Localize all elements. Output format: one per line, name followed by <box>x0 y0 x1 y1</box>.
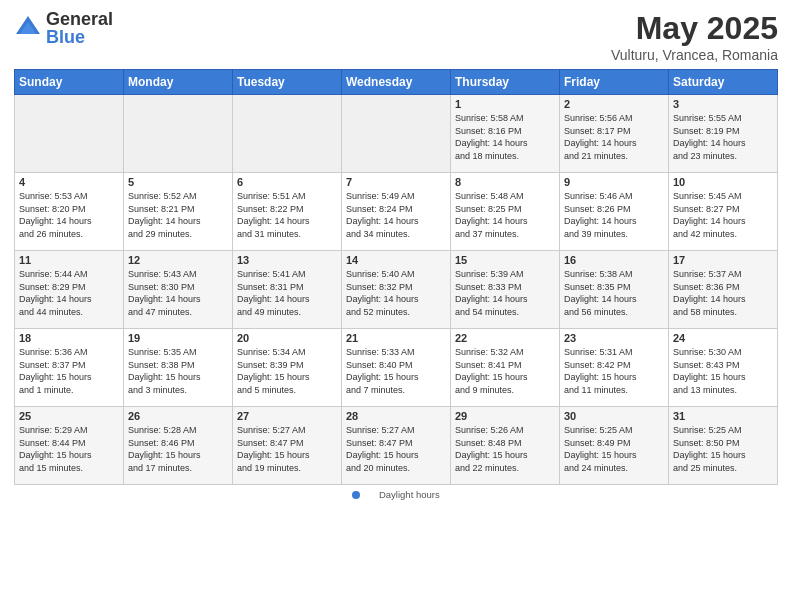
calendar-cell: 1Sunrise: 5:58 AM Sunset: 8:16 PM Daylig… <box>451 95 560 173</box>
day-info: Sunrise: 5:36 AM Sunset: 8:37 PM Dayligh… <box>19 346 119 396</box>
calendar-cell: 29Sunrise: 5:26 AM Sunset: 8:48 PM Dayli… <box>451 407 560 485</box>
day-info: Sunrise: 5:58 AM Sunset: 8:16 PM Dayligh… <box>455 112 555 162</box>
day-number: 27 <box>237 410 337 422</box>
calendar-week-row: 1Sunrise: 5:58 AM Sunset: 8:16 PM Daylig… <box>15 95 778 173</box>
day-number: 31 <box>673 410 773 422</box>
calendar-cell: 25Sunrise: 5:29 AM Sunset: 8:44 PM Dayli… <box>15 407 124 485</box>
day-number: 26 <box>128 410 228 422</box>
day-info: Sunrise: 5:37 AM Sunset: 8:36 PM Dayligh… <box>673 268 773 318</box>
day-info: Sunrise: 5:49 AM Sunset: 8:24 PM Dayligh… <box>346 190 446 240</box>
calendar-table: SundayMondayTuesdayWednesdayThursdayFrid… <box>14 69 778 485</box>
header-row: SundayMondayTuesdayWednesdayThursdayFrid… <box>15 70 778 95</box>
day-info: Sunrise: 5:44 AM Sunset: 8:29 PM Dayligh… <box>19 268 119 318</box>
calendar-cell: 14Sunrise: 5:40 AM Sunset: 8:32 PM Dayli… <box>342 251 451 329</box>
day-number: 14 <box>346 254 446 266</box>
logo-general-text: General <box>46 10 113 28</box>
day-info: Sunrise: 5:38 AM Sunset: 8:35 PM Dayligh… <box>564 268 664 318</box>
calendar-cell: 8Sunrise: 5:48 AM Sunset: 8:25 PM Daylig… <box>451 173 560 251</box>
calendar-cell: 28Sunrise: 5:27 AM Sunset: 8:47 PM Dayli… <box>342 407 451 485</box>
day-number: 15 <box>455 254 555 266</box>
weekday-header: Saturday <box>669 70 778 95</box>
day-info: Sunrise: 5:29 AM Sunset: 8:44 PM Dayligh… <box>19 424 119 474</box>
day-number: 19 <box>128 332 228 344</box>
calendar-cell: 24Sunrise: 5:30 AM Sunset: 8:43 PM Dayli… <box>669 329 778 407</box>
day-number: 20 <box>237 332 337 344</box>
calendar-cell: 27Sunrise: 5:27 AM Sunset: 8:47 PM Dayli… <box>233 407 342 485</box>
calendar-cell: 22Sunrise: 5:32 AM Sunset: 8:41 PM Dayli… <box>451 329 560 407</box>
month-title: May 2025 <box>611 10 778 47</box>
day-info: Sunrise: 5:52 AM Sunset: 8:21 PM Dayligh… <box>128 190 228 240</box>
title-block: May 2025 Vulturu, Vrancea, Romania <box>611 10 778 63</box>
day-number: 25 <box>19 410 119 422</box>
day-number: 17 <box>673 254 773 266</box>
day-info: Sunrise: 5:27 AM Sunset: 8:47 PM Dayligh… <box>346 424 446 474</box>
day-info: Sunrise: 5:53 AM Sunset: 8:20 PM Dayligh… <box>19 190 119 240</box>
day-number: 6 <box>237 176 337 188</box>
calendar-cell: 6Sunrise: 5:51 AM Sunset: 8:22 PM Daylig… <box>233 173 342 251</box>
calendar-cell: 10Sunrise: 5:45 AM Sunset: 8:27 PM Dayli… <box>669 173 778 251</box>
day-number: 10 <box>673 176 773 188</box>
calendar-cell <box>124 95 233 173</box>
calendar-cell: 20Sunrise: 5:34 AM Sunset: 8:39 PM Dayli… <box>233 329 342 407</box>
calendar-cell: 12Sunrise: 5:43 AM Sunset: 8:30 PM Dayli… <box>124 251 233 329</box>
day-info: Sunrise: 5:48 AM Sunset: 8:25 PM Dayligh… <box>455 190 555 240</box>
day-number: 3 <box>673 98 773 110</box>
calendar-cell <box>342 95 451 173</box>
day-number: 30 <box>564 410 664 422</box>
calendar-cell: 17Sunrise: 5:37 AM Sunset: 8:36 PM Dayli… <box>669 251 778 329</box>
day-info: Sunrise: 5:46 AM Sunset: 8:26 PM Dayligh… <box>564 190 664 240</box>
legend-dot <box>352 491 360 499</box>
calendar-cell: 19Sunrise: 5:35 AM Sunset: 8:38 PM Dayli… <box>124 329 233 407</box>
calendar-cell: 7Sunrise: 5:49 AM Sunset: 8:24 PM Daylig… <box>342 173 451 251</box>
weekday-header: Wednesday <box>342 70 451 95</box>
calendar-cell <box>233 95 342 173</box>
header: General Blue May 2025 Vulturu, Vrancea, … <box>14 10 778 63</box>
calendar-cell: 11Sunrise: 5:44 AM Sunset: 8:29 PM Dayli… <box>15 251 124 329</box>
day-info: Sunrise: 5:25 AM Sunset: 8:49 PM Dayligh… <box>564 424 664 474</box>
calendar-cell: 21Sunrise: 5:33 AM Sunset: 8:40 PM Dayli… <box>342 329 451 407</box>
day-number: 24 <box>673 332 773 344</box>
weekday-header: Sunday <box>15 70 124 95</box>
calendar-cell: 5Sunrise: 5:52 AM Sunset: 8:21 PM Daylig… <box>124 173 233 251</box>
day-info: Sunrise: 5:25 AM Sunset: 8:50 PM Dayligh… <box>673 424 773 474</box>
calendar-week-row: 4Sunrise: 5:53 AM Sunset: 8:20 PM Daylig… <box>15 173 778 251</box>
day-number: 16 <box>564 254 664 266</box>
calendar-week-row: 18Sunrise: 5:36 AM Sunset: 8:37 PM Dayli… <box>15 329 778 407</box>
calendar-week-row: 25Sunrise: 5:29 AM Sunset: 8:44 PM Dayli… <box>15 407 778 485</box>
legend: Daylight hours <box>14 489 778 500</box>
day-info: Sunrise: 5:41 AM Sunset: 8:31 PM Dayligh… <box>237 268 337 318</box>
day-number: 7 <box>346 176 446 188</box>
calendar-cell: 4Sunrise: 5:53 AM Sunset: 8:20 PM Daylig… <box>15 173 124 251</box>
calendar-cell: 2Sunrise: 5:56 AM Sunset: 8:17 PM Daylig… <box>560 95 669 173</box>
location: Vulturu, Vrancea, Romania <box>611 47 778 63</box>
weekday-header: Friday <box>560 70 669 95</box>
calendar-cell: 18Sunrise: 5:36 AM Sunset: 8:37 PM Dayli… <box>15 329 124 407</box>
day-info: Sunrise: 5:26 AM Sunset: 8:48 PM Dayligh… <box>455 424 555 474</box>
day-info: Sunrise: 5:40 AM Sunset: 8:32 PM Dayligh… <box>346 268 446 318</box>
weekday-header: Tuesday <box>233 70 342 95</box>
calendar-body: 1Sunrise: 5:58 AM Sunset: 8:16 PM Daylig… <box>15 95 778 485</box>
day-number: 21 <box>346 332 446 344</box>
day-number: 2 <box>564 98 664 110</box>
day-number: 18 <box>19 332 119 344</box>
logo-icon <box>14 14 42 42</box>
day-info: Sunrise: 5:55 AM Sunset: 8:19 PM Dayligh… <box>673 112 773 162</box>
legend-item: Daylight hours <box>344 489 447 500</box>
day-info: Sunrise: 5:34 AM Sunset: 8:39 PM Dayligh… <box>237 346 337 396</box>
day-info: Sunrise: 5:30 AM Sunset: 8:43 PM Dayligh… <box>673 346 773 396</box>
calendar-cell: 31Sunrise: 5:25 AM Sunset: 8:50 PM Dayli… <box>669 407 778 485</box>
day-info: Sunrise: 5:27 AM Sunset: 8:47 PM Dayligh… <box>237 424 337 474</box>
calendar-header: SundayMondayTuesdayWednesdayThursdayFrid… <box>15 70 778 95</box>
day-info: Sunrise: 5:32 AM Sunset: 8:41 PM Dayligh… <box>455 346 555 396</box>
calendar-cell: 23Sunrise: 5:31 AM Sunset: 8:42 PM Dayli… <box>560 329 669 407</box>
calendar-cell: 9Sunrise: 5:46 AM Sunset: 8:26 PM Daylig… <box>560 173 669 251</box>
weekday-header: Thursday <box>451 70 560 95</box>
calendar-cell <box>15 95 124 173</box>
day-info: Sunrise: 5:45 AM Sunset: 8:27 PM Dayligh… <box>673 190 773 240</box>
calendar-cell: 15Sunrise: 5:39 AM Sunset: 8:33 PM Dayli… <box>451 251 560 329</box>
day-number: 4 <box>19 176 119 188</box>
day-number: 23 <box>564 332 664 344</box>
day-info: Sunrise: 5:31 AM Sunset: 8:42 PM Dayligh… <box>564 346 664 396</box>
calendar-cell: 26Sunrise: 5:28 AM Sunset: 8:46 PM Dayli… <box>124 407 233 485</box>
calendar-cell: 13Sunrise: 5:41 AM Sunset: 8:31 PM Dayli… <box>233 251 342 329</box>
